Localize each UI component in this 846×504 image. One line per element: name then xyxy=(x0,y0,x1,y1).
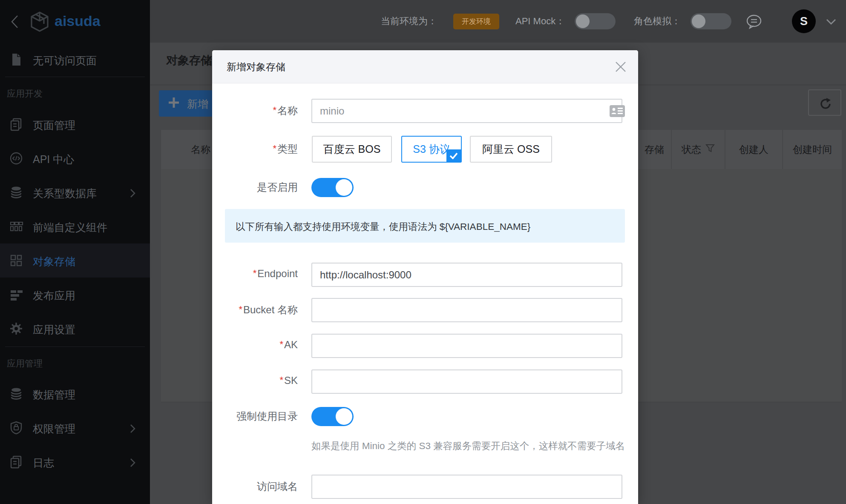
name-input[interactable] xyxy=(311,99,622,123)
env-variable-notice: 以下所有输入都支持使用环境变量，使用语法为 ${VARIABLE_NAME} xyxy=(225,209,625,243)
sidebar-item-label: 页面管理 xyxy=(33,118,75,132)
api-mock-label: API Mock： xyxy=(515,0,565,43)
sidebar-item-data-management[interactable]: 数据管理 xyxy=(0,377,150,411)
sidebar-divider xyxy=(5,346,145,347)
required-asterisk: * xyxy=(253,268,257,278)
sidebar-item-object-storage[interactable]: 对象存储 xyxy=(0,243,150,278)
force-path-field-label: 强制使用目录 xyxy=(212,410,298,423)
refresh-icon xyxy=(819,97,832,111)
column-header-label: 存储 xyxy=(645,143,664,156)
endpoint-input[interactable] xyxy=(311,263,622,287)
sidebar-item-label: 无可访问页面 xyxy=(33,54,97,68)
filter-funnel-icon[interactable] xyxy=(705,143,715,155)
column-header-label: 创建时间 xyxy=(793,143,832,156)
force-path-help-text: 如果是使用 Minio 之类的 S3 兼容服务需要开启这个，这样就不需要子域名 xyxy=(311,438,627,454)
domain-field-label: 访问域名 xyxy=(212,480,298,493)
document-icon xyxy=(9,53,23,66)
type-option-aliyun-oss[interactable]: 阿里云 OSS xyxy=(470,136,552,163)
sidebar-item-label: 日志 xyxy=(33,456,54,470)
gear-icon xyxy=(9,322,23,335)
sidebar-item-publish-app[interactable]: 发布应用 xyxy=(0,278,150,312)
current-env-label: 当前环境为： xyxy=(381,0,437,43)
brand-name[interactable]: aisuda xyxy=(55,13,101,29)
sidebar-item-label: 权限管理 xyxy=(33,422,75,436)
enabled-toggle[interactable] xyxy=(311,178,354,197)
chevron-down-icon[interactable] xyxy=(826,18,837,27)
sidebar-item-custom-components[interactable]: 前端自定义组件 xyxy=(0,209,150,243)
sidebar-item-label: 对象存储 xyxy=(33,255,75,269)
column-header-created-time[interactable]: 创建时间 xyxy=(783,130,842,169)
database-icon xyxy=(9,387,23,401)
close-icon[interactable] xyxy=(613,60,628,74)
database-icon xyxy=(9,186,23,199)
sidebar-item-relational-db[interactable]: 关系型数据库 xyxy=(0,175,150,209)
column-header-creator[interactable]: 创建人 xyxy=(725,130,782,169)
sidebar-item-label: 发布应用 xyxy=(33,289,75,303)
pages-icon xyxy=(9,117,23,131)
app-screen: aisuda 无可访问页面 应用开发 页面管理 API 中心 xyxy=(0,0,846,504)
sidebar-section-app-dev: 应用开发 xyxy=(7,85,43,102)
top-header-bar: 当前环境为： 开发环境 API Mock： 角色模拟： S xyxy=(150,0,846,43)
collapse-sidebar-icon[interactable] xyxy=(10,14,20,31)
sidebar-item-page-management[interactable]: 页面管理 xyxy=(0,107,150,141)
type-option-baidu-bos[interactable]: 百度云 BOS xyxy=(312,136,392,163)
sidebar-item-api-center[interactable]: API 中心 xyxy=(0,141,150,175)
type-option-s3[interactable]: S3 协议 xyxy=(401,136,462,163)
type-field-label: *类型 xyxy=(212,142,298,156)
ak-field-label: *AK xyxy=(212,339,298,351)
env-badge: 开发环境 xyxy=(453,14,499,29)
refresh-button[interactable] xyxy=(808,89,841,116)
sidebar: aisuda 无可访问页面 应用开发 页面管理 API 中心 xyxy=(0,0,150,504)
list-icon xyxy=(9,288,23,301)
contact-card-icon xyxy=(610,105,625,117)
feedback-bubble-icon[interactable] xyxy=(745,14,763,31)
bucket-input[interactable] xyxy=(311,298,622,322)
shield-lock-icon xyxy=(9,421,23,435)
role-sim-toggle[interactable] xyxy=(691,13,731,29)
column-header-label: 创建人 xyxy=(739,143,768,156)
sidebar-item-logs[interactable]: 日志 xyxy=(0,445,150,479)
sidebar-item-permission-management[interactable]: 权限管理 xyxy=(0,411,150,445)
domain-input[interactable] xyxy=(311,475,622,499)
chevron-right-icon xyxy=(129,188,136,200)
sidebar-divider xyxy=(5,77,145,77)
add-button-label: 新增 xyxy=(187,97,208,111)
bucket-field-label: *Bucket 名称 xyxy=(212,303,298,317)
sidebar-item-app-settings[interactable]: 应用设置 xyxy=(0,312,150,346)
required-asterisk: * xyxy=(273,105,276,115)
notice-text: 以下所有输入都支持使用环境变量，使用语法为 ${VARIABLE_NAME} xyxy=(236,220,530,233)
grid-icon xyxy=(9,254,23,267)
enabled-field-label: 是否启用 xyxy=(212,180,298,194)
api-mock-toggle[interactable] xyxy=(575,13,616,29)
sk-input[interactable] xyxy=(311,369,622,394)
required-asterisk: * xyxy=(273,143,276,154)
sk-field-label: *SK xyxy=(212,375,298,387)
required-asterisk: * xyxy=(279,375,283,385)
chevron-right-icon xyxy=(129,424,136,435)
pages-icon xyxy=(9,455,23,469)
sidebar-item-label: API 中心 xyxy=(33,152,74,166)
role-sim-label: 角色模拟： xyxy=(634,0,681,43)
endpoint-field-label: *Endpoint xyxy=(212,268,298,280)
ak-input[interactable] xyxy=(311,334,622,358)
name-field-label: *名称 xyxy=(212,104,298,117)
required-asterisk: * xyxy=(239,304,242,315)
components-icon xyxy=(9,220,23,233)
force-path-toggle[interactable] xyxy=(311,407,354,426)
sidebar-item-label: 关系型数据库 xyxy=(33,186,97,200)
page-title: 对象存储 xyxy=(166,53,212,68)
code-circle-icon xyxy=(9,152,23,165)
column-header-status[interactable]: 状态 xyxy=(672,130,725,169)
selected-check-icon xyxy=(446,149,461,162)
user-avatar[interactable]: S xyxy=(792,9,816,33)
sidebar-logo-row: aisuda xyxy=(0,0,150,43)
sidebar-section-app-management: 应用管理 xyxy=(7,355,43,372)
column-header-label: 状态 xyxy=(682,143,701,156)
dialog-title: 新增对象存储 xyxy=(227,60,285,74)
add-object-storage-dialog: 新增对象存储 *名称 *类型 百度云 BOS S3 协议 阿里云 OSS 是否启… xyxy=(212,50,638,504)
dialog-header: 新增对象存储 xyxy=(212,50,638,83)
sidebar-item-label: 应用设置 xyxy=(33,323,75,337)
required-asterisk: * xyxy=(279,339,283,349)
sidebar-item-no-access-pages[interactable]: 无可访问页面 xyxy=(0,43,150,77)
sidebar-item-label: 数据管理 xyxy=(33,388,75,402)
